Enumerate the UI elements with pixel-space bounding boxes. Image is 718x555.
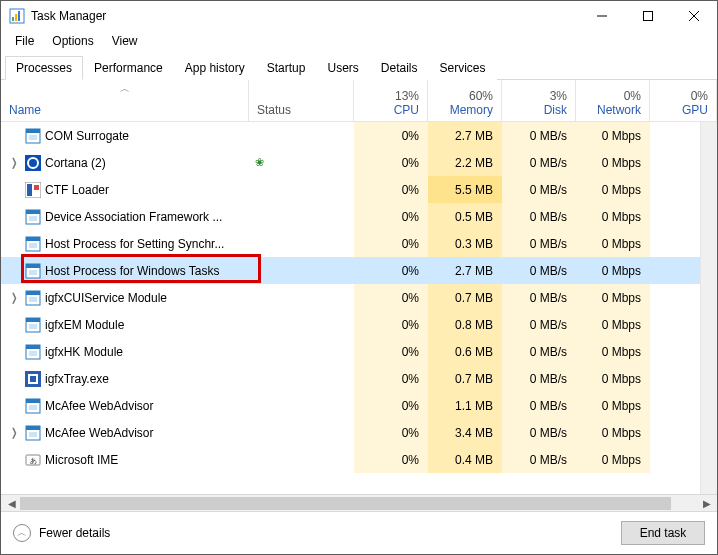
cell-disk: 0 MB/s	[502, 392, 576, 419]
tab-details[interactable]: Details	[370, 56, 429, 80]
cell-network: 0 Mbps	[576, 149, 650, 176]
process-name: Host Process for Windows Tasks	[45, 264, 220, 278]
table-row[interactable]: igfxHK Module0%0.6 MB0 MB/s0 Mbps	[1, 338, 700, 365]
menu-options[interactable]: Options	[44, 32, 101, 50]
expand-icon[interactable]: ❯	[9, 426, 19, 440]
end-task-button[interactable]: End task	[621, 521, 705, 545]
tab-startup[interactable]: Startup	[256, 56, 317, 80]
expand-icon	[9, 210, 19, 224]
svg-rect-1	[12, 17, 14, 21]
table-row[interactable]: COM Surrogate0%2.7 MB0 MB/s0 Mbps	[1, 122, 700, 149]
process-icon	[25, 344, 41, 360]
cell-memory: 0.3 MB	[428, 230, 502, 257]
tab-app-history[interactable]: App history	[174, 56, 256, 80]
col-gpu[interactable]: 0% GPU	[650, 80, 717, 121]
scroll-track[interactable]	[20, 496, 698, 511]
col-status[interactable]: Status	[249, 80, 354, 121]
expand-icon	[9, 345, 19, 359]
table-row[interactable]: Host Process for Setting Synchr...0%0.3 …	[1, 230, 700, 257]
table-row[interactable]: あMicrosoft IME0%0.4 MB0 MB/s0 Mbps	[1, 446, 700, 473]
process-name: igfxTray.exe	[45, 372, 109, 386]
footer: ︿ Fewer details End task	[1, 512, 717, 554]
horizontal-scrollbar[interactable]: ◀ ▶	[1, 494, 717, 511]
svg-rect-38	[29, 405, 37, 410]
col-cpu[interactable]: 13% CPU	[354, 80, 428, 121]
col-network[interactable]: 0% Network	[576, 80, 650, 121]
menu-view[interactable]: View	[104, 32, 146, 50]
cell-network: 0 Mbps	[576, 203, 650, 230]
cell-gpu-spill	[650, 284, 700, 311]
process-icon	[25, 425, 41, 441]
cell-status	[249, 446, 354, 473]
table-row[interactable]: Device Association Framework ...0%0.5 MB…	[1, 203, 700, 230]
expand-icon	[9, 183, 19, 197]
expand-icon[interactable]: ❯	[9, 291, 19, 305]
svg-rect-19	[26, 237, 40, 241]
app-icon	[9, 8, 25, 24]
expand-icon[interactable]: ❯	[9, 156, 19, 170]
cell-status	[249, 392, 354, 419]
table-row[interactable]: ❯Cortana (2)❀0%2.2 MB0 MB/s0 Mbps	[1, 149, 700, 176]
tabs: Processes Performance App history Startu…	[1, 51, 717, 80]
cell-cpu: 0%	[354, 419, 428, 446]
table-row[interactable]: ❯igfxCUIService Module0%0.7 MB0 MB/s0 Mb…	[1, 284, 700, 311]
table-row[interactable]: ❯McAfee WebAdvisor0%3.4 MB0 MB/s0 Mbps	[1, 419, 700, 446]
process-icon	[25, 209, 41, 225]
col-name[interactable]: ︿ Name	[1, 80, 249, 121]
task-manager-window: Task Manager File Options View Processes…	[0, 0, 718, 555]
vertical-scrollbar[interactable]	[700, 122, 717, 494]
process-name: igfxHK Module	[45, 345, 123, 359]
cell-memory: 3.4 MB	[428, 419, 502, 446]
process-table: ︿ Name Status 13% CPU 60% Memory 3% Disk…	[1, 80, 717, 512]
cell-gpu-spill	[650, 338, 700, 365]
cell-network: 0 Mbps	[576, 446, 650, 473]
leaf-icon: ❀	[255, 156, 264, 169]
table-row[interactable]: McAfee WebAdvisor0%1.1 MB0 MB/s0 Mbps	[1, 392, 700, 419]
cell-memory: 2.7 MB	[428, 257, 502, 284]
cell-name: COM Surrogate	[1, 122, 249, 149]
cell-gpu-spill	[650, 392, 700, 419]
tab-services[interactable]: Services	[429, 56, 497, 80]
cell-name: ❯McAfee WebAdvisor	[1, 419, 249, 446]
scroll-right-icon[interactable]: ▶	[698, 496, 715, 511]
cell-status: ❀	[249, 149, 354, 176]
cell-cpu: 0%	[354, 392, 428, 419]
table-row[interactable]: CTF Loader0%5.5 MB0 MB/s0 Mbps	[1, 176, 700, 203]
process-name: Microsoft IME	[45, 453, 118, 467]
process-icon: あ	[25, 452, 41, 468]
cell-disk: 0 MB/s	[502, 338, 576, 365]
tab-users[interactable]: Users	[316, 56, 369, 80]
cell-memory: 0.7 MB	[428, 284, 502, 311]
minimize-button[interactable]	[579, 1, 625, 31]
scroll-left-icon[interactable]: ◀	[3, 496, 20, 511]
window-controls	[579, 1, 717, 31]
cell-status	[249, 284, 354, 311]
cell-name: igfxTray.exe	[1, 365, 249, 392]
table-row[interactable]: Host Process for Windows Tasks0%2.7 MB0 …	[1, 257, 700, 284]
maximize-button[interactable]	[625, 1, 671, 31]
process-icon	[25, 317, 41, 333]
cell-name: igfxHK Module	[1, 338, 249, 365]
process-name: Host Process for Setting Synchr...	[45, 237, 224, 251]
scroll-thumb[interactable]	[20, 497, 671, 510]
col-disk[interactable]: 3% Disk	[502, 80, 576, 121]
expand-icon	[9, 237, 19, 251]
menu-file[interactable]: File	[7, 32, 42, 50]
table-row[interactable]: igfxEM Module0%0.8 MB0 MB/s0 Mbps	[1, 311, 700, 338]
col-memory[interactable]: 60% Memory	[428, 80, 502, 121]
process-icon	[25, 128, 41, 144]
cell-status	[249, 365, 354, 392]
svg-rect-2	[15, 14, 17, 21]
tab-performance[interactable]: Performance	[83, 56, 174, 80]
cell-network: 0 Mbps	[576, 365, 650, 392]
cell-status	[249, 419, 354, 446]
tab-processes[interactable]: Processes	[5, 56, 83, 80]
cell-status	[249, 230, 354, 257]
svg-rect-40	[26, 426, 40, 430]
fewer-details-button[interactable]: ︿ Fewer details	[13, 524, 110, 542]
close-button[interactable]	[671, 1, 717, 31]
cell-disk: 0 MB/s	[502, 419, 576, 446]
expand-icon	[9, 264, 19, 278]
process-icon	[25, 182, 41, 198]
table-row[interactable]: igfxTray.exe0%0.7 MB0 MB/s0 Mbps	[1, 365, 700, 392]
